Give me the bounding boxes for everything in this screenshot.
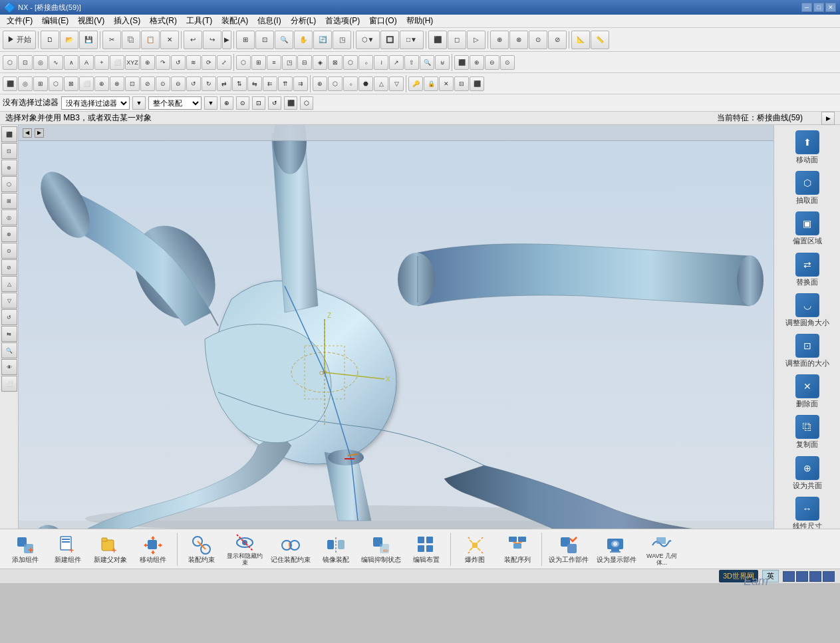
edit-suppress-button[interactable]: ✏ 编辑抑制状态 — [358, 533, 404, 565]
menu-help[interactable]: 帮助(H) — [402, 14, 438, 28]
assembly-constraint-button[interactable]: 装配约束 — [182, 533, 221, 565]
menu-tools[interactable]: 工具(T) — [182, 14, 216, 28]
tb3-25[interactable]: △ — [374, 76, 388, 91]
menu-view[interactable]: 视图(V) — [74, 14, 108, 28]
orient2-btn[interactable]: ◻ — [448, 31, 466, 49]
tb2-6[interactable]: A — [79, 55, 94, 70]
tb3-12[interactable]: ⊖ — [171, 76, 186, 91]
left-btn-10[interactable]: △ — [1, 276, 17, 292]
tool-fillet-size[interactable]: ◡ 调整圆角大小 — [777, 291, 837, 330]
tb3-11[interactable]: ⊙ — [156, 76, 170, 91]
analysis1-btn[interactable]: 📐 — [571, 31, 590, 49]
menu-format[interactable]: 格式(R) — [146, 14, 181, 28]
tb3-5[interactable]: ⊠ — [64, 76, 78, 91]
tb2-7[interactable]: + — [94, 55, 109, 70]
tb3-28[interactable]: 🔒 — [424, 76, 438, 91]
tb2-25[interactable]: ≀ — [374, 55, 388, 70]
snap-btn[interactable]: ⊞ — [236, 31, 255, 49]
tool-delete-face[interactable]: ✕ 删除面 — [777, 372, 837, 411]
tb3-19[interactable]: ⇈ — [278, 76, 293, 91]
left-btn-7[interactable]: ⊗ — [1, 226, 17, 242]
left-btn-11[interactable]: ▽ — [1, 293, 17, 309]
add-component-button[interactable]: + 添加组件 — [5, 533, 45, 565]
zoom-btn[interactable]: 🔍 — [275, 31, 293, 49]
rotate-btn[interactable]: 🔄 — [313, 31, 332, 49]
start-button[interactable]: ▶ 开始 — [3, 31, 36, 49]
tool-resize-face[interactable]: ⊡ 调整面的大小 — [777, 331, 837, 370]
new-parent-button[interactable]: + 新建父对象 — [90, 533, 130, 565]
new-button[interactable]: 🗋 — [41, 31, 59, 49]
menu-file[interactable]: 文件(F) — [3, 14, 37, 28]
tb3-15[interactable]: ⇄ — [217, 76, 231, 91]
tb2-24[interactable]: ⬦ — [358, 55, 373, 70]
tb2-11[interactable]: ↷ — [156, 55, 170, 70]
tb2-17[interactable]: ⊞ — [251, 55, 266, 70]
tool-linear-dim[interactable]: ↔ 线性尺寸 — [777, 494, 837, 529]
tb3-16[interactable]: ⇅ — [232, 76, 247, 91]
menu-edit[interactable]: 编辑(E) — [38, 14, 72, 28]
left-btn-15[interactable]: 👁 — [1, 359, 17, 375]
redo-button[interactable]: ↪ — [203, 31, 221, 49]
tb2-31[interactable]: ⊕ — [470, 55, 484, 70]
tb2-8[interactable]: ⬜ — [110, 55, 124, 70]
delete-button[interactable]: ✕ — [160, 31, 179, 49]
lang-indicator[interactable]: 英 — [762, 570, 779, 582]
left-btn-1[interactable]: ⬛ — [1, 126, 17, 142]
tool-coplanar[interactable]: ⊕ 设为共面 — [777, 453, 837, 493]
tb3-29[interactable]: ✕ — [439, 76, 454, 91]
tb3-9[interactable]: ⊡ — [125, 76, 140, 91]
tb2-10[interactable]: ⊕ — [140, 55, 155, 70]
left-btn-5[interactable]: ⊞ — [1, 193, 17, 209]
tb2-1[interactable]: ⬡ — [3, 55, 17, 70]
left-btn-16[interactable]: ⬜ — [1, 376, 17, 392]
viewport[interactable]: ◀ ▶ — [19, 125, 773, 529]
tb3-27[interactable]: 🔑 — [408, 76, 423, 91]
tb3-8[interactable]: ⊗ — [110, 76, 124, 91]
tb2-15[interactable]: ⤢ — [217, 55, 231, 70]
tb2-9[interactable]: XYZ — [125, 55, 140, 70]
menu-analysis[interactable]: 分析(L) — [287, 14, 321, 28]
tb2-13[interactable]: ≋ — [186, 55, 201, 70]
filter-btn6[interactable]: ⬡ — [300, 96, 313, 110]
move-component-button[interactable]: 移动组件 — [133, 533, 173, 565]
filter-btn3[interactable]: ⊡ — [252, 96, 265, 110]
assembly-dropdown-btn[interactable]: ▼ — [204, 96, 217, 110]
edit-layout-button[interactable]: 编辑布置 — [406, 533, 446, 565]
render1-btn[interactable]: ⊕ — [490, 31, 509, 49]
tb3-1[interactable]: ⬛ — [3, 76, 17, 91]
filter-btn1[interactable]: ⊕ — [220, 96, 233, 110]
tool-extract-face[interactable]: ⬡ 抽取面 — [777, 168, 837, 207]
copy-button[interactable]: ⿻ — [122, 31, 140, 49]
menu-insert[interactable]: 插入(S) — [110, 14, 144, 28]
left-btn-8[interactable]: ⊙ — [1, 243, 17, 259]
tb3-13[interactable]: ↺ — [186, 76, 201, 91]
tb2-28[interactable]: 🔍 — [420, 55, 434, 70]
collapse-btn[interactable]: ▶ — [821, 112, 835, 125]
left-btn-14[interactable]: 🔍 — [1, 342, 17, 358]
viewport-expand-btn[interactable]: ▶ — [35, 128, 44, 138]
menu-window[interactable]: 窗口(O) — [365, 14, 400, 28]
tb3-10[interactable]: ⊘ — [140, 76, 155, 91]
tool-copy-face[interactable]: ⿻ 复制面 — [777, 412, 837, 451]
tool-offset-region[interactable]: ▣ 偏置区域 — [777, 209, 837, 248]
tool-move-face[interactable]: ⬆ 移动面 — [777, 128, 837, 167]
filter-select[interactable]: 没有选择过滤器 — [61, 96, 130, 110]
pan-btn[interactable]: ✋ — [294, 31, 313, 49]
render3-btn[interactable]: ⊙ — [529, 31, 547, 49]
tb2-30[interactable]: ⬛ — [454, 55, 469, 70]
wave-geometry-button[interactable]: WAVE 几何 体... — [642, 531, 682, 568]
tb2-27[interactable]: ⇧ — [404, 55, 419, 70]
filter-dropdown-btn[interactable]: ▼ — [132, 96, 146, 110]
set-work-part-button[interactable]: 设为工作部件 — [546, 533, 591, 565]
save-button[interactable]: 💾 — [79, 31, 98, 49]
menu-assembly[interactable]: 装配(A) — [217, 14, 252, 28]
explode-view-button[interactable]: 爆炸图 — [455, 533, 495, 565]
open-button[interactable]: 📂 — [60, 31, 78, 49]
tb3-30[interactable]: ⊟ — [454, 76, 469, 91]
close-button[interactable]: ✕ — [825, 3, 836, 12]
left-btn-13[interactable]: ⇆ — [1, 326, 17, 342]
tb2-26[interactable]: ↗ — [389, 55, 404, 70]
remember-constraint-button[interactable]: ! 记住装配约束 — [268, 533, 313, 565]
tb2-29[interactable]: ⊎ — [435, 55, 450, 70]
tb2-21[interactable]: ◈ — [313, 55, 327, 70]
